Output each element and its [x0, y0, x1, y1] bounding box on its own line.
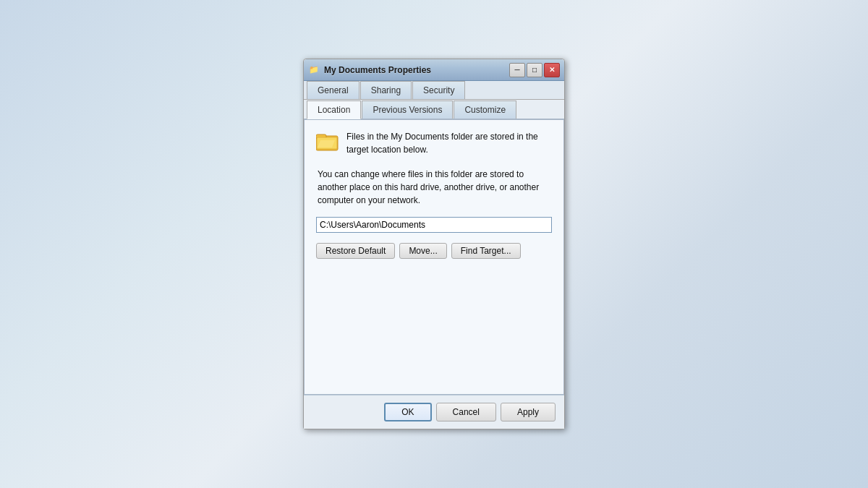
tab-sharing[interactable]: Sharing	[360, 81, 412, 99]
window-controls: ─ □ ✕	[509, 63, 560, 77]
tab-location[interactable]: Location	[307, 100, 361, 119]
properties-dialog: 📁 My Documents Properties ─ □ ✕ General …	[303, 59, 565, 429]
tab-general[interactable]: General	[307, 81, 359, 99]
path-input[interactable]	[316, 217, 552, 233]
dialog-title: My Documents Properties	[324, 65, 505, 75]
move-button[interactable]: Move...	[399, 243, 446, 259]
tab-customize[interactable]: Customize	[454, 100, 516, 119]
dialog-icon: 📁	[308, 64, 320, 76]
folder-description-row: Files in the My Documents folder are sto…	[316, 130, 552, 156]
info-text: You can change where files in this folde…	[316, 168, 552, 207]
dialog-footer: OK Cancel Apply	[304, 395, 564, 429]
tabs-row-1: General Sharing Security	[304, 81, 564, 100]
folder-icon	[316, 132, 339, 152]
tab-previous-versions[interactable]: Previous Versions	[362, 100, 453, 119]
folder-description: Files in the My Documents folder are sto…	[346, 130, 552, 156]
minimize-button[interactable]: ─	[509, 63, 525, 77]
apply-button[interactable]: Apply	[501, 403, 556, 421]
action-buttons: Restore Default Move... Find Target...	[316, 243, 552, 259]
ok-button[interactable]: OK	[384, 403, 431, 421]
tab-security[interactable]: Security	[412, 81, 465, 99]
content-area: Files in the My Documents folder are sto…	[304, 120, 564, 395]
close-button[interactable]: ✕	[544, 63, 560, 77]
title-bar: 📁 My Documents Properties ─ □ ✕	[304, 59, 564, 81]
cancel-button[interactable]: Cancel	[436, 403, 496, 421]
maximize-button[interactable]: □	[527, 63, 542, 77]
tabs-row-2: Location Previous Versions Customize	[304, 100, 564, 120]
find-target-button[interactable]: Find Target...	[451, 243, 521, 259]
restore-default-button[interactable]: Restore Default	[316, 243, 395, 259]
